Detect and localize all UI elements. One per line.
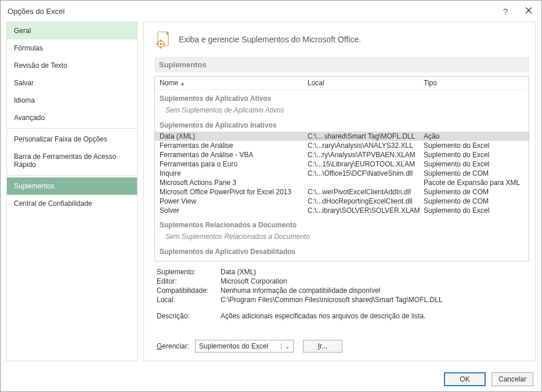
sidebar: GeralFórmulasRevisão de TextoSalvarIdiom…	[6, 21, 138, 361]
dialog-footer: OK Cancelar	[1, 367, 541, 391]
cell-tipo: Suplemento de COM	[424, 188, 524, 196]
manage-select[interactable]: Suplementos do Excel ⌄	[195, 340, 294, 353]
detail-value-editor: Microsoft Corporation	[221, 277, 527, 285]
cell-local: C:\...15\Library\EUROTOOL.XLAM	[308, 160, 424, 168]
list-row[interactable]: Ferramentas para o EuroC:\...15\Library\…	[155, 159, 529, 169]
cell-nome: Ferramentas para o Euro	[160, 160, 308, 168]
svg-rect-6	[160, 40, 161, 42]
chevron-down-icon: ⌄	[281, 343, 290, 350]
cell-local: C:\...ry\Analysis\ATPVBAEN.XLAM	[308, 151, 424, 159]
col-header-nome[interactable]: Nome▲	[160, 79, 308, 87]
cell-local: C:\... shared\Smart Tag\MOFL.DLL	[308, 132, 424, 140]
group-header: Suplementos de Aplicativo Inativos	[155, 119, 529, 132]
manage-row: Gerenciar: Suplementos do Excel ⌄ Ir...	[154, 332, 529, 355]
cell-tipo: Ação	[424, 132, 524, 140]
list-row[interactable]: Microsoft Actions Pane 3Pacote de Expans…	[155, 178, 529, 187]
detail-label-descricao: Descrição:	[157, 312, 221, 320]
cell-nome: Power View	[160, 197, 308, 205]
excel-options-dialog: Opções do Excel ? GeralFórmulasRevisão d…	[0, 0, 542, 392]
cell-tipo: Suplemento do Excel	[424, 141, 524, 150]
detail-value-local: C:\Program Files\Common Files\microsoft …	[221, 296, 527, 304]
svg-rect-3	[167, 32, 168, 35]
help-icon[interactable]: ?	[500, 6, 511, 16]
list-row[interactable]: Power ViewC:\...dHocReportingExcelClient…	[155, 197, 529, 206]
cell-nome: Ferramentas de Análise - VBA	[160, 151, 308, 159]
cancel-button[interactable]: Cancelar	[492, 372, 533, 386]
svg-point-5	[160, 43, 162, 45]
addins-list-scroll[interactable]: Nome▲ Local Tipo Suplementos de Aplicati…	[155, 77, 529, 261]
ok-button[interactable]: OK	[444, 372, 486, 386]
group-header: Suplementos Relacionados a Documento	[155, 219, 529, 231]
cell-tipo: Pacote de Expansão para XML	[424, 179, 524, 187]
group-header: Suplementos de Aplicativo Desabilitados	[155, 245, 529, 258]
cell-local	[308, 179, 424, 187]
detail-label-local: Local:	[157, 296, 221, 304]
svg-rect-7	[160, 46, 161, 49]
go-button[interactable]: Ir...	[303, 340, 342, 353]
sidebar-item[interactable]: Avançado	[7, 109, 137, 126]
cell-local: C:\...werPivotExcelClientAddIn.dll	[308, 188, 424, 196]
manage-label: Gerenciar:	[157, 342, 189, 350]
addins-icon	[154, 30, 173, 49]
cell-tipo: Suplemento de COM	[424, 169, 524, 177]
titlebar: Opções do Excel ?	[1, 1, 541, 21]
detail-value-descricao: Ações adicionais especificadas nos arqui…	[221, 312, 527, 320]
sidebar-item[interactable]: Personalizar Faixa de Opções	[7, 130, 137, 148]
close-button[interactable]	[523, 7, 534, 16]
section-title: Suplementos	[154, 57, 529, 72]
group-header: Suplementos de Aplicativo Ativos	[155, 92, 529, 105]
col-header-tipo[interactable]: Tipo	[424, 79, 524, 87]
sidebar-item[interactable]: Revisão de Texto	[7, 57, 137, 74]
group-empty: Sem Suplementos Relacionados a Documento	[155, 231, 529, 242]
detail-value-compat: Nenhuma informação de compatibilidade di…	[221, 286, 527, 295]
cell-nome: Microsoft Office PowerPivot for Excel 20…	[160, 188, 308, 196]
list-row[interactable]: SolverC:\...ibrary\SOLVER\SOLVER.XLAMSup…	[155, 206, 529, 215]
detail-value-suplemento: Data (XML)	[221, 268, 527, 276]
sidebar-item[interactable]: Central de Confiabilidade	[7, 195, 137, 212]
detail-label-suplemento: Suplemento:	[157, 268, 221, 276]
svg-rect-8	[157, 43, 159, 45]
list-header[interactable]: Nome▲ Local Tipo	[155, 77, 529, 90]
cell-tipo: Suplemento do Excel	[424, 206, 524, 215]
cell-local: C:\...dHocReportingExcelClient.dll	[308, 197, 424, 205]
sidebar-item[interactable]: Geral	[7, 22, 137, 39]
sidebar-item[interactable]: Fórmulas	[7, 39, 137, 57]
sidebar-item[interactable]: Barra de Ferramentas de Acesso Rápido	[7, 148, 137, 173]
detail-label-compat: Compatibilidade:	[157, 286, 221, 295]
col-header-local[interactable]: Local	[308, 79, 424, 87]
manage-select-value: Suplementos do Excel	[199, 342, 281, 350]
list-row[interactable]: Data (XML)C:\... shared\Smart Tag\MOFL.D…	[155, 132, 529, 141]
group-empty: Sem Suplementos de Aplicativo Ativos	[155, 105, 529, 115]
sidebar-divider	[7, 128, 137, 129]
panel-header-text: Exiba e gerencie Suplementos do Microsof…	[179, 35, 361, 44]
cell-tipo: Suplemento do Excel	[424, 151, 524, 159]
cell-nome: Data (XML)	[160, 132, 308, 140]
dialog-body: GeralFórmulasRevisão de TextoSalvarIdiom…	[1, 21, 541, 367]
cell-local: C:\...rary\Analysis\ANALYS32.XLL	[308, 141, 424, 150]
dialog-title: Opções do Excel	[8, 7, 500, 16]
cell-nome: Microsoft Actions Pane 3	[160, 179, 308, 187]
cell-tipo: Suplemento do Excel	[424, 160, 524, 168]
addin-details: Suplemento: Data (XML) Editor: Microsoft…	[154, 262, 529, 321]
addins-list: Nome▲ Local Tipo Suplementos de Aplicati…	[154, 76, 529, 262]
list-row[interactable]: InquireC:\...\Office15\DCF\NativeShim.dl…	[155, 169, 529, 178]
cell-local: C:\...\Office15\DCF\NativeShim.dll	[308, 169, 424, 177]
sidebar-item[interactable]: Idioma	[7, 92, 137, 109]
list-row[interactable]: Microsoft Office PowerPivot for Excel 20…	[155, 187, 529, 197]
detail-label-editor: Editor:	[157, 277, 221, 285]
list-row[interactable]: Ferramentas de Análise - VBAC:\...ry\Ana…	[155, 150, 529, 159]
cell-tipo: Suplemento de COM	[424, 197, 524, 205]
sidebar-divider	[7, 175, 137, 176]
cell-nome: Solver	[160, 206, 308, 215]
panel-header: Exiba e gerencie Suplementos do Microsof…	[154, 30, 529, 49]
sidebar-item[interactable]: Suplementos	[7, 177, 137, 195]
cell-nome: Ferramentas de Análise	[160, 141, 308, 150]
svg-rect-9	[163, 43, 165, 45]
list-content: Suplementos de Aplicativo AtivosSem Supl…	[155, 90, 529, 259]
sidebar-item[interactable]: Salvar	[7, 74, 137, 92]
cell-local: C:\...ibrary\SOLVER\SOLVER.XLAM	[308, 206, 424, 215]
list-row[interactable]: Ferramentas de AnáliseC:\...rary\Analysi…	[155, 141, 529, 150]
main-panel: Exiba e gerencie Suplementos do Microsof…	[143, 21, 536, 361]
sort-asc-icon: ▲	[180, 81, 185, 86]
close-icon	[525, 7, 532, 14]
